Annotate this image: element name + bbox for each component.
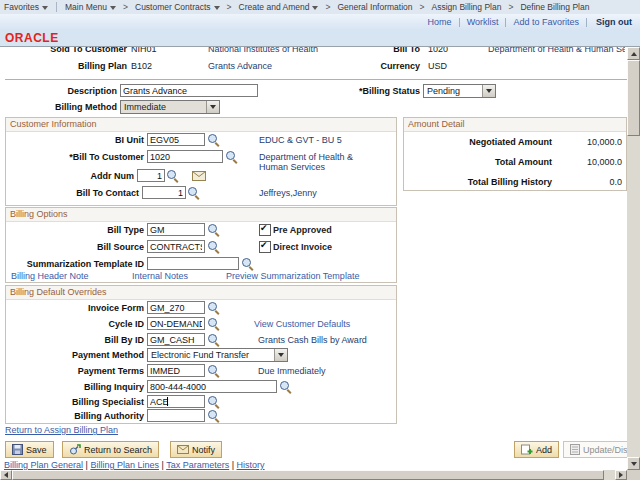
scrollbar-corner <box>627 470 640 480</box>
sold-to-customer-value: NIH01 <box>131 47 157 54</box>
lookup-icon[interactable] <box>167 170 179 182</box>
favorites-menu[interactable]: Favorites <box>0 2 52 12</box>
dropdown-arrow-icon[interactable] <box>274 349 287 361</box>
preview-summarization-template-link[interactable]: Preview Summarization Template <box>226 271 359 281</box>
bill-to-contact-input[interactable] <box>142 186 186 199</box>
lookup-icon[interactable] <box>208 241 220 253</box>
scroll-down-button[interactable] <box>627 457 640 470</box>
lookup-icon[interactable] <box>208 396 220 408</box>
bill-to-customer-input[interactable] <box>147 150 223 163</box>
divider <box>505 18 506 27</box>
bill-source-input[interactable] <box>147 240 205 253</box>
scroll-up-button[interactable] <box>627 47 640 60</box>
breadcrumb-customer-contracts[interactable]: Customer Contracts <box>131 2 224 12</box>
breadcrumb-main-menu[interactable]: Main Menu <box>61 2 120 12</box>
invoice-form-input[interactable] <box>147 301 205 314</box>
bi-unit-input[interactable] <box>147 133 205 146</box>
bill-to-customer-desc: Department of Health & Human Services <box>259 152 377 172</box>
breadcrumb-assign-billing-plan[interactable]: Assign Billing Plan <box>428 2 506 12</box>
lookup-icon[interactable] <box>242 258 254 270</box>
billing-specialist-input[interactable] <box>147 395 205 408</box>
view-customer-defaults-link[interactable]: View Customer Defaults <box>254 319 350 329</box>
add-button[interactable]: Add <box>514 441 559 458</box>
save-button[interactable]: Save <box>5 441 54 458</box>
billing-options-title: Billing Options <box>6 208 396 222</box>
dropdown-arrow-icon <box>206 101 219 113</box>
dropdown-arrow-icon[interactable] <box>482 85 495 97</box>
chevron-down-icon <box>214 6 220 10</box>
add-to-favorites-link[interactable]: Add to Favorites <box>513 17 579 27</box>
addr-envelope-icon[interactable] <box>192 171 206 181</box>
breadcrumb-separator <box>420 2 425 12</box>
lookup-icon[interactable] <box>208 302 220 314</box>
breadcrumb-define-billing-plan[interactable]: Define Billing Plan <box>516 2 593 12</box>
billing-method-select: Immediate <box>120 100 220 114</box>
page-tabs-links: Billing Plan General | Billing Plan Line… <box>4 460 265 470</box>
save-icon <box>12 444 23 455</box>
divider <box>56 2 57 12</box>
sign-out-link[interactable]: Sign out <box>596 17 632 27</box>
return-to-assign-billing-plan-link[interactable]: Return to Assign Billing Plan <box>5 425 118 435</box>
description-input[interactable] <box>120 84 258 97</box>
sold-to-customer-label: Sold To Customer <box>25 47 127 54</box>
lookup-icon[interactable] <box>208 410 220 422</box>
summarization-template-id-label: Summarization Template ID <box>14 259 144 269</box>
chevron-down-icon <box>110 6 116 10</box>
bill-source-label: Bill Source <box>44 242 144 252</box>
define-billing-plan-page: Favorites Main Menu Customer Contracts C… <box>0 0 640 480</box>
direct-invoice-checkbox[interactable] <box>259 241 271 253</box>
customer-information-groupbox: Customer Information BI Unit EDUC & GVT … <box>5 117 397 206</box>
currency-label: Currency <box>360 61 420 71</box>
billing-plan-lines-link[interactable]: Billing Plan Lines <box>90 460 159 470</box>
billing-inquiry-input[interactable] <box>147 380 277 393</box>
total-amount-label: Total Amount <box>414 157 552 167</box>
worklist-link[interactable]: Worklist <box>467 17 499 27</box>
divider <box>5 79 627 80</box>
vertical-scrollbar-thumb[interactable] <box>627 60 640 136</box>
billing-authority-input[interactable] <box>147 409 205 422</box>
lookup-icon[interactable] <box>208 224 220 236</box>
chevron-down-icon <box>312 6 318 10</box>
breadcrumb: Favorites Main Menu Customer Contracts C… <box>0 0 640 15</box>
internal-notes-link[interactable]: Internal Notes <box>132 271 188 281</box>
summarization-template-id-input[interactable] <box>147 257 239 270</box>
payment-terms-input[interactable] <box>147 364 205 377</box>
billing-inquiry-label: Billing Inquiry <box>14 382 144 392</box>
customer-information-title: Customer Information <box>6 118 396 132</box>
scroll-right-button[interactable] <box>615 470 627 480</box>
tax-parameters-link[interactable]: Tax Parameters <box>166 460 229 470</box>
notify-button[interactable]: Notify <box>170 441 222 458</box>
lookup-icon[interactable] <box>226 151 238 163</box>
billing-header-note-link[interactable]: Billing Header Note <box>11 271 89 281</box>
pre-approved-checkbox[interactable] <box>259 224 271 236</box>
bill-by-id-label: Bill By ID <box>14 335 144 345</box>
billing-plan-label: Billing Plan <box>25 61 127 71</box>
cycle-id-input[interactable] <box>147 317 205 330</box>
lookup-icon[interactable] <box>208 334 220 346</box>
bill-type-input[interactable] <box>147 223 205 236</box>
history-link[interactable]: History <box>237 460 265 470</box>
breadcrumb-create-and-amend[interactable]: Create and Amend <box>235 2 323 12</box>
billing-plan-general-link[interactable]: Billing Plan General <box>4 460 83 470</box>
payment-terms-desc: Due Immediately <box>258 366 326 376</box>
bill-to-contact-desc: Jeffreys,Jenny <box>259 188 317 198</box>
bill-by-id-input[interactable] <box>147 333 205 346</box>
payment-method-select[interactable]: Electronic Fund Transfer <box>147 348 288 362</box>
billing-default-overrides-groupbox: Billing Default Overrides Invoice Form C… <box>5 285 397 424</box>
scroll-left-button[interactable] <box>0 470 12 480</box>
bill-to-contact-label: Bill To Contact <box>39 188 139 198</box>
billing-status-label: *Billing Status <box>320 86 420 96</box>
breadcrumb-general-information[interactable]: General Information <box>333 2 416 12</box>
lookup-icon[interactable] <box>208 134 220 146</box>
lookup-icon[interactable] <box>280 381 292 393</box>
horizontal-scrollbar-thumb[interactable] <box>12 470 604 480</box>
lookup-icon[interactable] <box>188 187 200 199</box>
bi-unit-desc: EDUC & GVT - BU 5 <box>259 135 342 145</box>
return-to-search-button[interactable]: Return to Search <box>62 441 159 458</box>
lookup-icon[interactable] <box>208 318 220 330</box>
addr-num-input[interactable] <box>137 169 165 182</box>
lookup-icon[interactable] <box>208 365 220 377</box>
addr-num-label: Addr Num <box>44 171 134 181</box>
home-link[interactable]: Home <box>428 17 452 27</box>
billing-status-select[interactable]: Pending <box>423 84 496 98</box>
